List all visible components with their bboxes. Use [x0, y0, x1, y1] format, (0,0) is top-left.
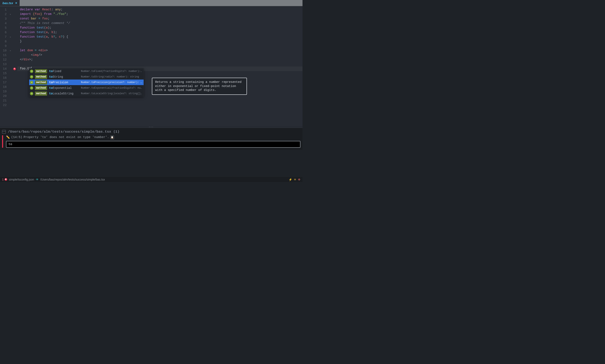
- clipboard-icon[interactable]: 📋: [110, 135, 114, 139]
- line-number: 22: [0, 104, 8, 107]
- line-number: 15: [0, 72, 8, 75]
- line-number: 16: [0, 76, 8, 80]
- error-gutter-icon[interactable]: [13, 67, 16, 70]
- bug-icon[interactable]: ❉: [298, 178, 301, 181]
- file-icon: [2, 130, 6, 134]
- sparkle-icon[interactable]: ✳: [294, 178, 296, 181]
- line-number: 5: [0, 26, 8, 30]
- suggestion-kind-badge: method: [35, 80, 47, 84]
- line-number: 18: [0, 85, 8, 89]
- status-config[interactable]: simple/tsconfig.json: [9, 178, 34, 181]
- suggestion-kind-badge: method: [35, 86, 47, 90]
- gutter: 1 2 3 4 5 6 7 8 9 10 11 12 13 14 15 16 1…: [0, 6, 17, 126]
- suggestion-signature: Number.toFixed(fractionDigits?: number):…: [81, 70, 142, 73]
- suggestion-kind-badge: method: [35, 69, 47, 73]
- error-icon: [5, 178, 7, 181]
- suggestion-signature: Number.toPrecision(precision?: number): …: [81, 81, 142, 84]
- tab-bar: bas.tsx ×: [0, 0, 302, 6]
- error-message: Property 'to' does not exist on type 'nu…: [24, 135, 109, 139]
- autocomplete-item[interactable]: ➜ method toFixed Number.toFixed(fraction…: [29, 68, 144, 74]
- fold-caret-icon[interactable]: [8, 49, 13, 52]
- fold-caret-icon[interactable]: [8, 35, 13, 39]
- autocomplete-popup: ➜ method toFixed Number.toFixed(fraction…: [29, 68, 144, 96]
- wand-icon[interactable]: ✏️: [6, 135, 10, 139]
- line-number: 12: [0, 58, 8, 62]
- autocomplete-item[interactable]: ➜ method toString Number.toString(radix?…: [29, 74, 144, 79]
- panel-splitter[interactable]: •••: [0, 126, 302, 128]
- documentation-tooltip: Returns a string containing a number rep…: [152, 78, 247, 95]
- autocomplete-item[interactable]: ➜ method toLocaleString Number.toLocaleS…: [29, 91, 144, 96]
- bolt-icon[interactable]: ⚡: [289, 178, 292, 181]
- error-search-input[interactable]: [6, 141, 301, 148]
- autocomplete-item[interactable]: ➜ method toExponential Number.toExponent…: [29, 85, 144, 91]
- code-content[interactable]: declare var React: any; import {foo} fro…: [17, 6, 302, 126]
- tab-label: bas.tsx: [2, 1, 13, 5]
- autocomplete-item-selected[interactable]: ➜ method toPrecision Number.toPrecision(…: [29, 79, 144, 85]
- line-number: 20: [0, 94, 8, 98]
- line-number: 17: [0, 81, 8, 84]
- suggestion-signature: Number.toLocaleString(locales?: string[]…: [81, 92, 142, 95]
- line-number: 21: [0, 99, 8, 103]
- error-count: (1): [113, 130, 120, 134]
- suggestion-kind-badge: method: [35, 91, 47, 96]
- error-location: (14:5): [11, 135, 22, 139]
- suggestion-signature: Number.toString(radix?: number): string: [81, 75, 139, 78]
- line-number: 3: [0, 17, 8, 21]
- arrow-right-circle-icon: ➜: [30, 92, 33, 95]
- line-number: 11: [0, 53, 8, 57]
- fold-caret-icon[interactable]: [8, 13, 13, 16]
- bottom-spacer: [0, 150, 302, 177]
- suggestion-kind-badge: method: [35, 75, 47, 79]
- eye-icon[interactable]: 👁: [36, 178, 39, 181]
- line-number: 8: [0, 40, 8, 43]
- line-number: 14: [0, 67, 8, 71]
- code-editor[interactable]: 1 2 3 4 5 6 7 8 9 10 11 12 13 14 15 16 1…: [0, 6, 302, 126]
- line-number: 10: [0, 49, 8, 52]
- line-number: 7: [0, 35, 8, 39]
- line-number: 2: [0, 13, 8, 16]
- arrow-right-circle-icon: ➜: [30, 70, 33, 73]
- arrow-right-circle-icon: ➜: [30, 86, 33, 90]
- errors-panel: /Users/bas/repos/alm/tests/success/simpl…: [0, 128, 302, 150]
- line-number: 4: [0, 22, 8, 25]
- status-file-path[interactable]: /Users/bas/repos/alm/tests/success/simpl…: [40, 178, 105, 181]
- status-bar: 1 simple/tsconfig.json 👁 /Users/bas/repo…: [0, 177, 302, 182]
- line-number: 19: [0, 90, 8, 93]
- status-errors[interactable]: 1: [2, 178, 7, 181]
- line-number: 9: [0, 44, 8, 48]
- error-file-path[interactable]: /Users/bas/repos/alm/tests/success/simpl…: [8, 130, 111, 134]
- tab-close-icon[interactable]: ×: [15, 1, 17, 5]
- line-number: 1: [0, 8, 8, 12]
- line-number: 6: [0, 31, 8, 34]
- arrow-right-circle-icon: ➜: [30, 75, 33, 78]
- line-number: 13: [0, 63, 8, 66]
- suggestion-signature: Number.toExponential(fractionDigits?: nu…: [81, 87, 142, 90]
- tab-bas-tsx[interactable]: bas.tsx ×: [0, 0, 20, 6]
- arrow-right-circle-icon: ➜: [30, 81, 33, 84]
